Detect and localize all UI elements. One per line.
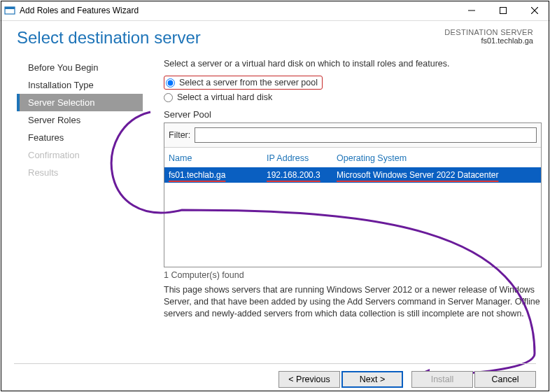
col-ip[interactable]: IP Address (267, 153, 337, 163)
table-empty-area (164, 183, 541, 267)
nav-results: Results (17, 164, 143, 181)
server-pool-box: Filter: Name IP Address Operating System… (164, 122, 542, 267)
radio-vhd-label: Select a virtual hard disk (177, 92, 272, 102)
window-title: Add Roles and Features Wizard (20, 6, 456, 15)
cell-name: fs01.techlab.ga (169, 170, 225, 180)
radio-server-pool-label: Select a server from the server pool (179, 78, 318, 88)
destination-value: fs01.techlab.ga (444, 36, 533, 45)
radio-vhd[interactable] (164, 93, 173, 102)
table-row[interactable]: fs01.techlab.ga 192.168.200.3 Microsoft … (164, 167, 541, 183)
col-name[interactable]: Name (169, 153, 267, 163)
next-button[interactable]: Next > (341, 371, 403, 388)
destination-label: DESTINATION SERVER (444, 28, 533, 36)
col-os[interactable]: Operating System (337, 153, 537, 163)
server-pool-label: Server Pool (164, 109, 542, 120)
nav-installation-type[interactable]: Installation Type (17, 76, 143, 94)
page-title: Select destination server (17, 28, 201, 48)
server-table: Name IP Address Operating System fs01.te… (164, 148, 541, 267)
nav-confirmation: Confirmation (17, 146, 143, 164)
svg-rect-3 (500, 7, 506, 13)
nav-server-roles[interactable]: Server Roles (17, 111, 143, 129)
radio-highlight-annotation: Select a server from the server pool (164, 76, 323, 90)
wizard-header: Select destination server DESTINATION SE… (0, 21, 550, 59)
svg-rect-1 (5, 7, 15, 9)
wizard-icon (4, 5, 15, 16)
wizard-footer: < Previous Next > Install Cancel (14, 363, 536, 388)
wizard-nav: Before You Begin Installation Type Serve… (17, 59, 143, 320)
filter-input[interactable] (195, 127, 537, 143)
nav-features[interactable]: Features (17, 129, 143, 146)
close-button[interactable] (519, 0, 550, 21)
install-button: Install (411, 371, 473, 388)
titlebar: Add Roles and Features Wizard (0, 0, 550, 21)
nav-server-selection[interactable]: Server Selection (17, 94, 143, 111)
maximize-button[interactable] (487, 0, 519, 21)
cancel-button[interactable]: Cancel (474, 371, 536, 388)
cell-ip: 192.168.200.3 (267, 170, 320, 180)
page-description: This page shows servers that are running… (164, 284, 542, 320)
table-header: Name IP Address Operating System (164, 148, 541, 167)
previous-button[interactable]: < Previous (278, 371, 340, 388)
minimize-button[interactable] (456, 0, 487, 21)
computers-found: 1 Computer(s) found (164, 270, 542, 280)
nav-before-you-begin[interactable]: Before You Begin (17, 59, 143, 76)
cell-os: Microsoft Windows Server 2022 Datacenter (337, 170, 498, 180)
destination-box: DESTINATION SERVER fs01.techlab.ga (444, 28, 533, 45)
radio-server-pool[interactable] (166, 78, 175, 88)
wizard-main: Select a server or a virtual hard disk o… (143, 59, 542, 320)
filter-label: Filter: (169, 130, 190, 140)
instruction-text: Select a server or a virtual hard disk o… (164, 59, 542, 69)
window-controls (456, 0, 550, 21)
